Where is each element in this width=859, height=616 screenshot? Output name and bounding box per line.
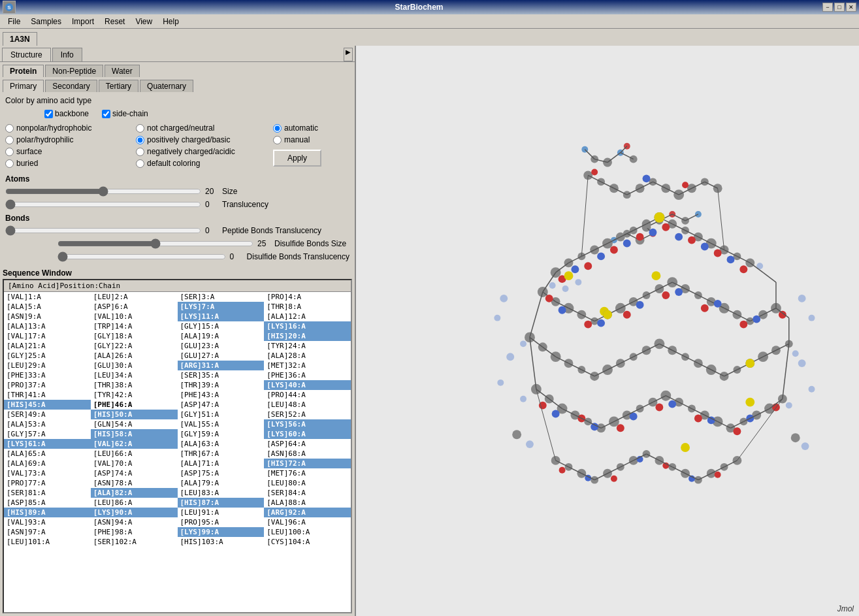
menu-samples[interactable]: Samples [25, 16, 67, 27]
list-item[interactable]: [ASN]78:A [91, 478, 178, 488]
list-item[interactable]: [SER]35:A [178, 370, 265, 380]
apply-button[interactable]: Apply [273, 150, 321, 167]
list-item[interactable]: [ASP]6:A [91, 302, 178, 312]
panel-scroll-right[interactable]: ▶ [344, 48, 353, 61]
list-item[interactable]: [PHE]46:A [91, 400, 178, 410]
list-item[interactable]: [SER]49:A [4, 410, 91, 419]
list-item[interactable]: [TYR]42:A [91, 390, 178, 400]
list-item[interactable]: [THR]41:A [4, 390, 91, 400]
close-button[interactable]: ✕ [846, 3, 856, 12]
list-item[interactable]: [ASP]75:A [178, 468, 265, 478]
list-item[interactable]: [LYS]90:A [91, 508, 178, 517]
list-item[interactable]: [VAL]62:A [91, 439, 178, 449]
list-item[interactable]: [HIS]103:A [178, 537, 265, 547]
list-item[interactable]: [HIS]50:A [91, 410, 178, 419]
list-item[interactable]: [PHE]33:A [4, 370, 91, 380]
list-item[interactable]: [LYS]7:A [178, 302, 265, 312]
list-item[interactable]: [GLY]51:A [178, 410, 265, 419]
checkbox-sidechain[interactable]: side-chain [102, 109, 148, 118]
list-item[interactable]: [ALA]5:A [4, 302, 91, 312]
list-item[interactable]: [LEU]34:A [91, 370, 178, 380]
list-item[interactable]: [LYS]60:A [264, 429, 351, 439]
radio-notcharged[interactable]: not charged/neutral [136, 123, 273, 133]
minimize-button[interactable]: − [822, 3, 833, 12]
list-item[interactable]: [PHE]43:A [178, 390, 265, 400]
list-item[interactable]: [LYS]40:A [264, 380, 351, 390]
list-item[interactable]: [ALA]79:A [178, 478, 265, 488]
list-item[interactable]: [PHE]36:A [264, 370, 351, 380]
list-item[interactable]: [VAL]10:A [91, 312, 178, 321]
list-item[interactable]: [ALA]21:A [4, 341, 91, 351]
list-item[interactable]: [LEU]2:A [91, 292, 178, 302]
list-item[interactable]: [SER]3:A [178, 292, 265, 302]
list-item[interactable]: [MET]76:A [264, 468, 351, 478]
leveltab-tertiary[interactable]: Tertiary [99, 80, 138, 92]
list-item[interactable]: [GLY]57:A [4, 429, 91, 439]
list-item[interactable]: [PRO]77:A [4, 478, 91, 488]
list-item[interactable]: [VAL]73:A [4, 468, 91, 478]
subtab-protein[interactable]: Protein [3, 65, 44, 77]
subtab-water[interactable]: Water [105, 65, 140, 77]
radio-default[interactable]: default coloring [136, 159, 273, 168]
list-item[interactable]: [VAL]17:A [4, 331, 91, 341]
list-item[interactable]: [ASP]85:A [4, 498, 91, 508]
maximize-button[interactable]: □ [834, 3, 845, 12]
list-item[interactable]: [GLY]15:A [178, 321, 265, 331]
list-item[interactable]: [PRO]44:A [264, 390, 351, 400]
list-item[interactable]: [LEU]29:A [4, 361, 91, 370]
list-item[interactable]: [SER]52:A [264, 410, 351, 419]
list-item[interactable]: [HIS]20:A [264, 331, 351, 341]
list-item[interactable]: [LEU]83:A [178, 488, 265, 498]
list-item[interactable]: [HIS]87:A [178, 498, 265, 508]
list-item[interactable]: [ALA]53:A [4, 419, 91, 429]
list-item[interactable]: [CYS]104:A [264, 537, 351, 547]
disulfide-size-slider[interactable] [57, 238, 253, 249]
list-item[interactable]: [ALA]19:A [178, 331, 265, 341]
list-item[interactable]: [VAL]96:A [264, 517, 351, 527]
list-item[interactable]: [PHE]98:A [91, 527, 178, 537]
list-item[interactable]: [THR]8:A [264, 302, 351, 312]
list-item[interactable]: [ALA]12:A [264, 312, 351, 321]
radio-manual[interactable]: manual [273, 135, 310, 144]
radio-buried[interactable]: buried [5, 159, 136, 168]
list-item[interactable]: [LEU]48:A [264, 400, 351, 410]
list-item[interactable]: [LEU]101:A [4, 537, 91, 547]
peptide-trans-slider[interactable] [5, 225, 201, 236]
list-item[interactable]: [TRP]14:A [91, 321, 178, 331]
list-item[interactable]: [ASN]94:A [91, 517, 178, 527]
list-item[interactable]: [ARG]31:A [178, 361, 265, 370]
leveltab-primary[interactable]: Primary [3, 80, 44, 92]
list-item[interactable]: [LYS]99:A [178, 527, 265, 537]
list-item[interactable]: [ASP]47:A [178, 400, 265, 410]
menu-reset[interactable]: Reset [99, 16, 130, 27]
atoms-size-slider[interactable] [5, 186, 201, 197]
list-item[interactable]: [GLU]30:A [91, 361, 178, 370]
list-item[interactable]: [GLU]23:A [178, 341, 265, 351]
list-item[interactable]: [PRO]4:A [264, 292, 351, 302]
list-item[interactable]: [LEU]91:A [178, 508, 265, 517]
list-item[interactable]: [LYS]61:A [4, 439, 91, 449]
list-item[interactable]: [ASN]97:A [4, 527, 91, 537]
list-item[interactable]: [LEU]66:A [91, 449, 178, 459]
radio-surface[interactable]: surface [5, 147, 136, 156]
list-item[interactable]: [ALA]65:A [4, 449, 91, 459]
list-item[interactable]: [TYR]24:A [264, 341, 351, 351]
disulfide-trans-slider[interactable] [57, 251, 226, 262]
list-item[interactable]: [HIS]45:A [4, 400, 91, 410]
list-item[interactable]: [PRO]37:A [4, 380, 91, 390]
list-item[interactable]: [VAL]70:A [91, 459, 178, 468]
list-item[interactable]: [GLN]54:A [91, 419, 178, 429]
leveltab-quaternary[interactable]: Quaternary [140, 80, 193, 92]
radio-polar[interactable]: polar/hydrophilic [5, 135, 136, 144]
menu-import[interactable]: Import [67, 16, 99, 27]
seq-scroll[interactable]: [VAL]1:A[LEU]2:A[SER]3:A[PRO]4:A[ALA]5:A… [4, 292, 351, 612]
list-item[interactable]: [THR]38:A [91, 380, 178, 390]
list-item[interactable]: [ALA]28:A [264, 351, 351, 361]
list-item[interactable]: [ALA]13:A [4, 321, 91, 331]
list-item[interactable]: [ALA]82:A [91, 488, 178, 498]
list-item[interactable]: [ALA]26:A [91, 351, 178, 361]
radio-positive[interactable]: positively charged/basic [136, 135, 273, 144]
list-item[interactable]: [VAL]93:A [4, 517, 91, 527]
subtab-nonpeptide[interactable]: Non-Peptide [45, 65, 103, 77]
list-item[interactable]: [GLY]59:A [178, 429, 265, 439]
